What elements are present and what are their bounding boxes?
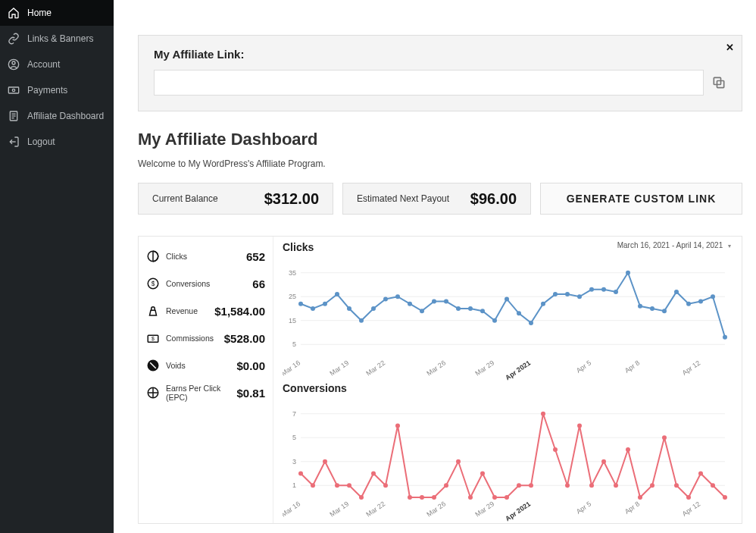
sidebar-item-payments[interactable]: Payments [0, 77, 114, 103]
main-content: ✕ My Affiliate Link: My Affiliate Dashbo… [114, 0, 756, 533]
svg-text:Mar 26: Mar 26 [425, 500, 447, 518]
stat-row-epc: Earns Per Click (EPC) $0.81 [146, 379, 265, 406]
close-icon[interactable]: ✕ [726, 42, 734, 53]
svg-point-48 [517, 311, 521, 315]
svg-point-36 [371, 306, 376, 311]
conversions-chart-title: Conversions [283, 382, 734, 394]
generate-custom-link-button[interactable]: GENERATE CUSTOM LINK [540, 183, 742, 215]
svg-point-42 [444, 299, 448, 304]
svg-text:3: 3 [292, 458, 296, 466]
stat-value: 66 [252, 277, 265, 290]
svg-text:5: 5 [292, 340, 296, 348]
affiliate-link-row [154, 70, 726, 96]
svg-point-62 [686, 302, 691, 306]
epc-icon [146, 386, 160, 400]
svg-point-112 [650, 483, 654, 488]
stat-label: Clicks [166, 252, 187, 261]
date-range-picker[interactable]: March 16, 2021 - April 14, 2021 ▾ [617, 241, 731, 249]
generate-custom-link-label: GENERATE CUSTOM LINK [567, 193, 717, 205]
revenue-icon [146, 304, 160, 318]
svg-point-56 [614, 290, 618, 294]
estimated-payout-card: Estimated Next Payout $96.00 [342, 183, 531, 215]
svg-text:Apr 8: Apr 8 [623, 500, 641, 516]
svg-text:15: 15 [289, 317, 296, 325]
svg-text:Apr 2021: Apr 2021 [504, 359, 532, 381]
svg-point-105 [565, 483, 570, 488]
stat-label: Conversions [166, 279, 210, 288]
stat-value: 652 [246, 250, 265, 263]
svg-point-49 [529, 321, 533, 325]
sidebar-item-links-banners[interactable]: Links & Banners [0, 26, 114, 52]
sidebar-item-account[interactable]: Account [0, 52, 114, 77]
svg-text:Apr 8: Apr 8 [623, 359, 641, 375]
estimated-payout-label: Estimated Next Payout [357, 193, 449, 204]
svg-text:Mar 22: Mar 22 [364, 500, 386, 518]
stat-value: $0.00 [236, 359, 265, 372]
copy-icon[interactable] [711, 75, 726, 90]
svg-point-114 [674, 483, 679, 488]
clicks-chart: 5152535Mar 16Mar 19Mar 22Mar 26Mar 29Apr… [283, 253, 729, 382]
sidebar-item-home[interactable]: Home [0, 0, 114, 26]
current-balance-card: Current Balance $312.00 [138, 183, 333, 215]
svg-text:Apr 12: Apr 12 [681, 500, 701, 517]
svg-point-53 [577, 294, 582, 299]
svg-point-55 [601, 287, 606, 292]
svg-point-57 [626, 271, 630, 275]
svg-point-60 [662, 309, 667, 313]
sidebar-item-label: Home [27, 8, 52, 18]
svg-text:1: 1 [292, 481, 296, 489]
svg-point-50 [541, 302, 545, 306]
sidebar-item-label: Affiliate Dashboard [27, 111, 104, 121]
stat-label: Revenue [166, 306, 198, 315]
svg-text:Mar 26: Mar 26 [425, 359, 447, 377]
svg-point-43 [456, 306, 461, 311]
svg-point-91 [395, 424, 400, 428]
chevron-down-icon: ▾ [728, 243, 731, 249]
svg-point-111 [638, 495, 642, 500]
svg-point-44 [468, 306, 473, 311]
svg-point-84 [311, 483, 315, 488]
sidebar-item-logout[interactable]: Logout [0, 129, 114, 155]
svg-point-110 [626, 447, 630, 452]
svg-text:25: 25 [289, 293, 296, 300]
svg-point-87 [347, 483, 351, 488]
money-icon [8, 84, 20, 96]
svg-point-32 [323, 302, 327, 306]
svg-point-1 [12, 61, 15, 64]
sidebar-item-label: Account [27, 59, 60, 70]
svg-text:$: $ [152, 336, 155, 341]
svg-text:Apr 2021: Apr 2021 [504, 500, 532, 522]
svg-point-63 [698, 299, 703, 304]
stat-value: $0.81 [236, 387, 265, 400]
affiliate-link-input[interactable] [154, 70, 704, 96]
svg-text:Apr 5: Apr 5 [575, 500, 592, 516]
svg-point-52 [565, 292, 570, 296]
svg-point-46 [492, 318, 497, 323]
welcome-text: Welcome to My WordPress's Affiliate Prog… [138, 158, 742, 169]
sidebar-item-affiliate-dashboard[interactable]: Affiliate Dashboard [0, 103, 114, 129]
svg-point-117 [711, 483, 715, 488]
svg-point-90 [383, 483, 388, 488]
stat-row-conversions: $ Conversions 66 [146, 270, 265, 297]
user-icon [8, 58, 20, 71]
svg-point-99 [492, 495, 497, 500]
svg-text:Mar 16: Mar 16 [283, 359, 301, 377]
svg-point-88 [359, 495, 364, 500]
charts-column: March 16, 2021 - April 14, 2021 ▾ Clicks… [273, 237, 742, 523]
svg-point-97 [468, 495, 473, 500]
stat-value: $528.00 [224, 332, 265, 345]
voids-icon [146, 359, 160, 372]
svg-point-37 [383, 296, 388, 301]
svg-point-35 [359, 318, 364, 323]
svg-point-3 [12, 89, 14, 91]
svg-point-104 [553, 447, 558, 452]
svg-point-108 [601, 459, 606, 464]
svg-point-51 [553, 292, 558, 296]
svg-point-102 [529, 483, 533, 488]
commissions-icon: $ [146, 331, 160, 345]
svg-point-34 [347, 306, 351, 311]
stat-label: Commissions [166, 334, 214, 343]
stat-label: Earns Per Click (EPC) [166, 384, 236, 402]
svg-text:Mar 19: Mar 19 [328, 359, 350, 377]
dashboard-lower: Clicks 652 $ Conversions 66 Revenue $1,5… [138, 236, 742, 524]
